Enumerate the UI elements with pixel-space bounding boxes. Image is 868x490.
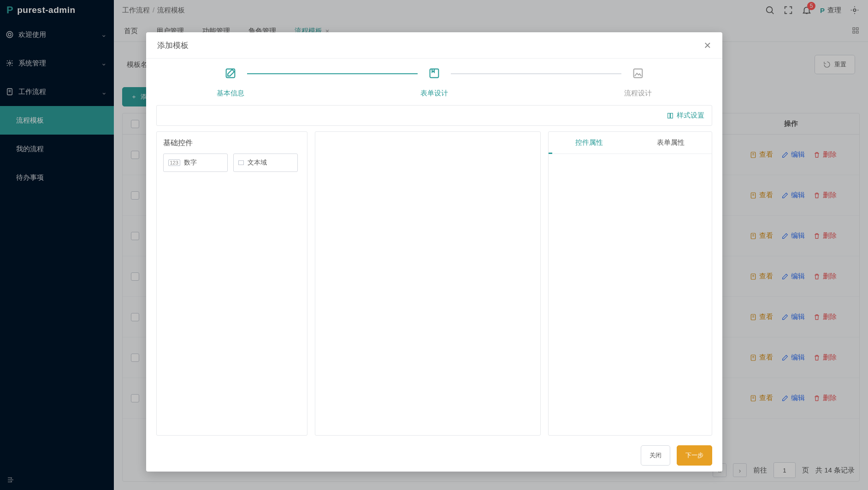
- image-icon: [632, 67, 644, 80]
- svg-rect-20: [667, 113, 670, 118]
- prop-tab-form[interactable]: 表单属性: [630, 132, 712, 153]
- step-basic[interactable]: 基本信息: [217, 67, 244, 98]
- palette-header: 基础控件: [163, 138, 301, 148]
- palette-item-number[interactable]: 123数字: [163, 153, 228, 172]
- modal-mask[interactable]: 添加模板 × 基本信息 表单设计 流程设计: [0, 0, 868, 490]
- svg-rect-19: [633, 69, 642, 78]
- close-button[interactable]: 关闭: [641, 445, 670, 466]
- number-icon: 123: [168, 159, 180, 166]
- prop-tab-control[interactable]: 控件属性: [549, 132, 630, 153]
- style-settings-link[interactable]: 样式设置: [667, 111, 704, 120]
- form-icon: [428, 67, 441, 80]
- controls-palette: 基础控件 123数字 文本域: [156, 131, 307, 436]
- svg-rect-21: [670, 113, 673, 118]
- textarea-icon: [238, 160, 244, 165]
- property-panel: 控件属性 表单属性: [548, 131, 712, 436]
- modal-title: 添加模板: [157, 40, 189, 51]
- form-canvas[interactable]: [315, 131, 541, 436]
- close-icon[interactable]: ×: [704, 38, 711, 53]
- next-button[interactable]: 下一步: [677, 445, 712, 466]
- layout-icon: [667, 112, 674, 119]
- add-template-modal: 添加模板 × 基本信息 表单设计 流程设计: [146, 32, 722, 472]
- steps-bar: 基本信息 表单设计 流程设计: [156, 67, 712, 98]
- edit-icon: [224, 67, 237, 80]
- step-flow[interactable]: 流程设计: [624, 67, 652, 98]
- palette-item-textarea[interactable]: 文本域: [233, 153, 298, 172]
- step-form[interactable]: 表单设计: [420, 67, 448, 98]
